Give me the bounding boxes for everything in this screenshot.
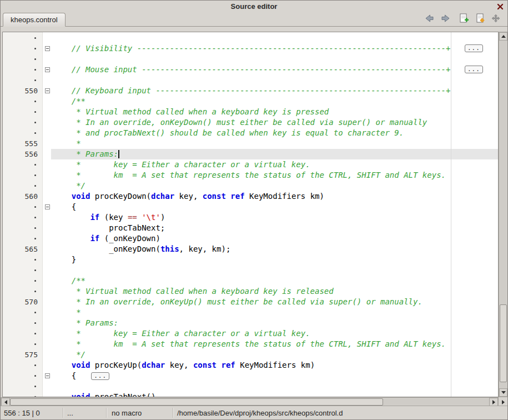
code-line[interactable]: * km = A set that represents the status … bbox=[51, 339, 498, 349]
nav-back-button[interactable] bbox=[423, 13, 435, 26]
code-line[interactable]: * Params: bbox=[51, 149, 498, 159]
line-dot-icon bbox=[34, 238, 36, 239]
detach-move-button[interactable] bbox=[491, 13, 501, 26]
line-dot-icon bbox=[34, 375, 36, 377]
code-line[interactable]: {... bbox=[51, 371, 498, 381]
gutter-dot bbox=[3, 223, 42, 233]
gutter-dot bbox=[3, 381, 42, 392]
code-line[interactable]: void procKeyUp(dchar key, const ref KeyM… bbox=[51, 360, 498, 371]
code-line[interactable]: void procTabNext() bbox=[51, 392, 498, 397]
tab-kheops-control[interactable]: kheops.control bbox=[3, 13, 66, 27]
tab-bar: kheops.control bbox=[1, 12, 507, 27]
code-line[interactable]: * key = Either a character or a virtual … bbox=[51, 159, 498, 170]
fold-marker[interactable] bbox=[45, 204, 50, 209]
gutter-dot bbox=[3, 254, 42, 265]
code-token: ) bbox=[160, 213, 165, 222]
code-token: const bbox=[193, 361, 217, 369]
code-line[interactable]: void procKeyDown(dchar key, const ref Ke… bbox=[51, 191, 498, 202]
document-new-button[interactable] bbox=[457, 13, 470, 26]
arrow-right-icon bbox=[440, 13, 451, 26]
code-line[interactable]: _onKeyDown(this, key, km); bbox=[51, 244, 498, 254]
gutter-dot bbox=[3, 170, 42, 181]
code-line[interactable]: * In an override, onKeyUp() must either … bbox=[51, 297, 498, 307]
fold-cell bbox=[43, 191, 51, 202]
vertical-scrollbar-thumb[interactable] bbox=[500, 304, 507, 382]
line-dot-icon bbox=[34, 206, 36, 208]
vertical-scrollbar[interactable] bbox=[499, 32, 508, 397]
code-line[interactable]: * Params: bbox=[51, 318, 498, 328]
fold-marker[interactable] bbox=[45, 373, 50, 378]
collapsed-block-ellipsis[interactable]: ... bbox=[91, 372, 109, 380]
code-line[interactable]: // Keyboard input ----------------------… bbox=[51, 86, 498, 96]
line-dot-icon bbox=[34, 132, 36, 134]
code-line[interactable]: // Visibility --------------------------… bbox=[51, 43, 498, 54]
code-line[interactable]: * km = A set that represents the status … bbox=[51, 170, 498, 181]
gutter-dot bbox=[3, 360, 42, 371]
fold-marker[interactable] bbox=[45, 46, 50, 51]
code-editor[interactable]: 550555556560565570575 // Visibility ----… bbox=[2, 32, 499, 397]
gutter-dot bbox=[3, 128, 42, 138]
code-line[interactable]: } bbox=[51, 254, 498, 265]
code-line[interactable]: // Mouse input -------------------------… bbox=[51, 64, 498, 75]
code-token: * Virtual method called when a keyboard … bbox=[53, 107, 329, 116]
scroll-right-button[interactable] bbox=[489, 398, 498, 406]
fold-marker[interactable] bbox=[45, 88, 50, 93]
code-token: * and procTabNext() should be called whe… bbox=[53, 128, 404, 137]
code-line[interactable] bbox=[51, 265, 498, 276]
line-dot-icon bbox=[34, 111, 36, 113]
tab-label: kheops.control bbox=[11, 16, 58, 24]
code-token: * bbox=[53, 308, 81, 317]
code-token: void bbox=[72, 392, 90, 397]
line-dot-icon bbox=[34, 333, 36, 334]
collapsed-block-ellipsis[interactable]: ... bbox=[465, 44, 483, 52]
code-line[interactable]: * Virtual method called when a keyboard … bbox=[51, 286, 498, 297]
code-token: // Visibility bbox=[53, 44, 137, 53]
title-bar[interactable]: Source editor bbox=[1, 1, 507, 12]
code-line[interactable]: /** bbox=[51, 96, 498, 107]
code-column[interactable]: // Visibility --------------------------… bbox=[51, 32, 498, 397]
gutter-dot bbox=[3, 43, 42, 54]
code-line[interactable]: if (key == '\t') bbox=[51, 212, 498, 223]
code-line[interactable]: procTabNext; bbox=[51, 223, 498, 233]
code-token: (key bbox=[99, 213, 128, 222]
gutter-dot bbox=[3, 265, 42, 276]
code-line[interactable]: * In an override, onKeyDown() must eithe… bbox=[51, 117, 498, 128]
gutter-column: 550555556560565570575 bbox=[3, 32, 43, 397]
scroll-up-button[interactable] bbox=[499, 32, 507, 41]
scroll-left-button[interactable] bbox=[1, 398, 10, 406]
code-line[interactable]: * Virtual method called when a keyboard … bbox=[51, 107, 498, 117]
fold-cell bbox=[43, 33, 51, 43]
code-line[interactable]: /** bbox=[51, 276, 498, 286]
code-line[interactable]: * and procTabNext() should be called whe… bbox=[51, 128, 498, 138]
scroll-down-button[interactable] bbox=[499, 388, 507, 397]
line-dot-icon bbox=[34, 343, 36, 345]
macro-status: no macro bbox=[112, 409, 142, 417]
code-token bbox=[53, 392, 72, 397]
document-save-button[interactable] bbox=[474, 13, 486, 26]
code-line[interactable]: */ bbox=[51, 181, 498, 191]
gutter-dot bbox=[3, 96, 42, 107]
code-line[interactable]: { bbox=[51, 202, 498, 212]
gutter-dot bbox=[3, 75, 42, 86]
nav-forward-button[interactable] bbox=[440, 13, 452, 26]
code-token: _onKeyDown( bbox=[53, 244, 160, 253]
fold-cell bbox=[43, 54, 51, 64]
close-button[interactable] bbox=[496, 2, 505, 11]
code-line[interactable]: */ bbox=[51, 349, 498, 360]
line-dot-icon bbox=[34, 37, 36, 39]
fold-cell bbox=[43, 159, 51, 170]
code-line[interactable] bbox=[51, 33, 498, 43]
code-line[interactable]: * bbox=[51, 307, 498, 318]
code-line[interactable]: * key = Either a character or a virtual … bbox=[51, 328, 498, 339]
code-line[interactable]: * bbox=[51, 138, 498, 149]
code-line[interactable] bbox=[51, 54, 498, 64]
code-line[interactable] bbox=[51, 75, 498, 86]
collapsed-block-ellipsis[interactable]: ... bbox=[465, 66, 483, 73]
code-line[interactable]: if (_onKeyDown) bbox=[51, 233, 498, 244]
code-line[interactable] bbox=[51, 381, 498, 392]
fold-cell bbox=[43, 318, 51, 328]
code-token: key, bbox=[165, 361, 193, 369]
fold-marker[interactable] bbox=[45, 67, 50, 72]
line-dot-icon bbox=[34, 227, 36, 229]
horizontal-scrollbar-thumb[interactable] bbox=[10, 398, 383, 406]
